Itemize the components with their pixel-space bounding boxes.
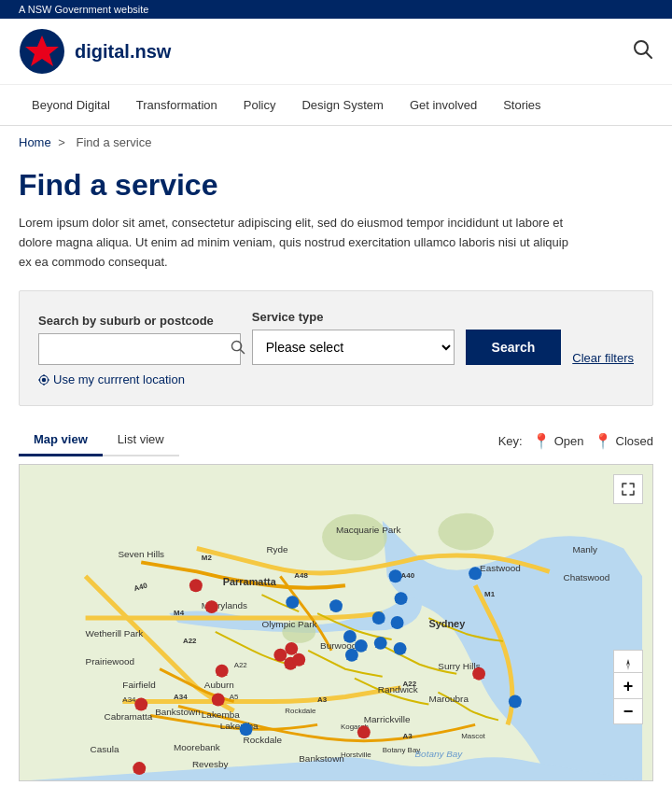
svg-text:Fairfield: Fairfield xyxy=(122,680,155,690)
suburb-label: Search by suburb or postcode xyxy=(38,314,241,328)
map-key: Key: 📍 Open 📍 Closed xyxy=(498,432,653,450)
breadcrumb: Home > Find a service xyxy=(0,126,672,159)
svg-line-5 xyxy=(240,350,244,354)
site-name: digital.nsw xyxy=(75,41,171,63)
svg-text:Maroubra: Maroubra xyxy=(428,694,469,704)
map-controls xyxy=(613,474,643,504)
svg-text:Mascot: Mascot xyxy=(461,733,485,741)
suburb-input-wrap xyxy=(38,333,241,365)
svg-text:M4: M4 xyxy=(174,609,185,617)
svg-text:Eastwood: Eastwood xyxy=(480,564,521,574)
svg-text:A3: A3 xyxy=(317,695,328,704)
key-closed: 📍 Closed xyxy=(594,432,653,450)
view-tabs-row: Map view List view Key: 📍 Open 📍 Closed xyxy=(19,425,653,456)
tab-map-view[interactable]: Map view xyxy=(19,425,103,456)
suburb-field-group: Search by suburb or postcode xyxy=(38,314,241,365)
svg-marker-117 xyxy=(626,664,630,670)
svg-text:A22: A22 xyxy=(183,637,197,645)
search-panel-inner: Search by suburb or postcode Service typ… xyxy=(38,310,634,365)
svg-text:Sydney: Sydney xyxy=(428,618,466,629)
nav-item-policy[interactable]: Policy xyxy=(231,85,289,125)
key-open: 📍 Open xyxy=(532,432,584,450)
view-tabs: Map view List view xyxy=(19,425,179,456)
svg-text:A34: A34 xyxy=(122,695,136,704)
svg-text:Moorebank: Moorebank xyxy=(174,743,220,753)
search-button[interactable]: Search xyxy=(466,330,562,365)
svg-text:Seven Hills: Seven Hills xyxy=(118,550,164,560)
svg-text:Manly: Manly xyxy=(573,545,598,555)
svg-text:A40: A40 xyxy=(401,572,415,581)
svg-text:Chatswood: Chatswood xyxy=(564,573,610,583)
key-open-label: Open xyxy=(554,434,584,448)
location-icon xyxy=(38,374,49,386)
svg-text:Prairiewood: Prairiewood xyxy=(86,656,134,667)
main-nav: Beyond Digital Transformation Policy Des… xyxy=(0,85,672,126)
open-pin-icon: 📍 xyxy=(532,432,551,450)
nav-item-stories[interactable]: Stories xyxy=(490,85,553,125)
svg-text:Ryde: Ryde xyxy=(266,545,288,555)
map-fullscreen-button[interactable] xyxy=(613,474,643,504)
svg-text:Randwick: Randwick xyxy=(378,684,418,695)
svg-point-13 xyxy=(322,514,387,561)
svg-line-3 xyxy=(646,52,651,58)
breadcrumb-current: Find a service xyxy=(77,135,152,149)
page-description: Lorem ipsum dolor sit amet, consectetur … xyxy=(19,214,579,272)
nav-item-design-system[interactable]: Design System xyxy=(288,85,396,125)
nsw-logo xyxy=(19,28,65,75)
svg-text:Lakemba: Lakemba xyxy=(202,710,240,721)
svg-text:A48: A48 xyxy=(294,572,308,581)
map-zoom-controls: + − xyxy=(613,672,643,724)
location-link-text: Use my currrent location xyxy=(53,372,185,386)
svg-text:Macquarie Park: Macquarie Park xyxy=(336,525,401,535)
svg-text:A22: A22 xyxy=(234,661,248,669)
svg-text:Parramatta: Parramatta xyxy=(223,577,277,588)
header-left: digital.nsw xyxy=(19,28,171,75)
svg-text:Bankstown: Bankstown xyxy=(299,754,344,765)
header-search-icon xyxy=(633,39,653,60)
svg-text:Casula: Casula xyxy=(91,745,119,755)
header: digital.nsw xyxy=(0,19,672,85)
nav-item-transformation[interactable]: Transformation xyxy=(123,85,231,125)
svg-text:A3: A3 xyxy=(403,733,413,741)
svg-text:Marrickville: Marrickville xyxy=(364,715,411,725)
svg-text:Olympic Park: Olympic Park xyxy=(261,619,316,629)
header-search-button[interactable] xyxy=(633,39,653,64)
clear-filters-button[interactable]: Clear filters xyxy=(572,351,634,365)
svg-text:Botany Bay: Botany Bay xyxy=(415,750,464,760)
svg-text:Wetherill Park: Wetherill Park xyxy=(86,628,144,639)
svg-text:Horstville: Horstville xyxy=(341,751,371,760)
svg-point-14 xyxy=(438,513,494,551)
map-zoom-in-button[interactable]: + xyxy=(613,672,643,698)
tab-list-view[interactable]: List view xyxy=(103,425,179,456)
nav-item-beyond-digital[interactable]: Beyond Digital xyxy=(19,85,123,125)
nav-item-get-involved[interactable]: Get involved xyxy=(397,85,490,125)
svg-text:Cabramatta: Cabramatta xyxy=(104,712,152,723)
service-type-select[interactable]: Please select xyxy=(252,330,455,365)
suburb-search-icon-button[interactable] xyxy=(221,334,255,364)
search-panel: Search by suburb or postcode Service typ… xyxy=(19,290,653,406)
key-closed-label: Closed xyxy=(616,434,653,448)
page-title: Find a service xyxy=(19,168,653,203)
suburb-input[interactable] xyxy=(39,334,221,364)
breadcrumb-separator: > xyxy=(58,135,65,149)
breadcrumb-home[interactable]: Home xyxy=(19,135,51,149)
svg-text:Auburn: Auburn xyxy=(204,680,234,690)
fullscreen-icon xyxy=(622,483,635,496)
svg-text:Rockdale: Rockdale xyxy=(244,736,283,746)
svg-text:Revesby: Revesby xyxy=(192,759,229,769)
map-key-label: Key: xyxy=(498,434,523,448)
svg-text:Bankstown: Bankstown xyxy=(155,708,201,718)
top-banner-text: A NSW Government website xyxy=(19,4,148,15)
svg-text:M1: M1 xyxy=(484,591,496,599)
location-link[interactable]: Use my currrent location xyxy=(38,372,634,386)
bearing-icon xyxy=(622,658,635,671)
page-content: Find a service Lorem ipsum dolor sit ame… xyxy=(0,159,672,800)
suburb-search-icon xyxy=(231,340,245,355)
service-type-label: Service type xyxy=(252,310,455,324)
service-type-group: Service type Please select xyxy=(252,310,455,365)
svg-text:M2: M2 xyxy=(202,554,213,563)
svg-point-6 xyxy=(42,378,47,383)
svg-text:Lakemba: Lakemba xyxy=(220,722,259,732)
map-zoom-out-button[interactable]: − xyxy=(613,698,643,724)
top-banner: A NSW Government website xyxy=(0,0,672,19)
